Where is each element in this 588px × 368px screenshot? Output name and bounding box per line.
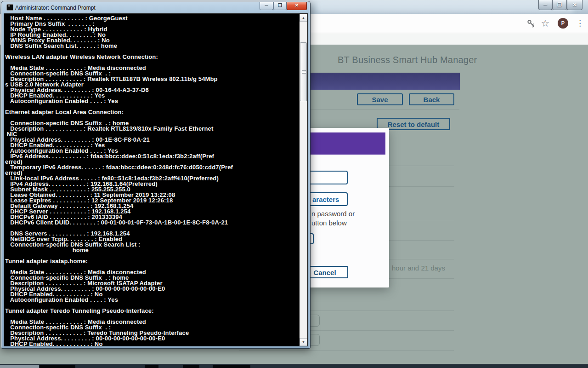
console-output: Host Name . . . . . . . . . . . . : Geor… — [4, 13, 308, 346]
scroll-up-icon[interactable]: ▲ — [300, 14, 307, 22]
save-button[interactable]: Save — [357, 93, 403, 105]
key-icon[interactable] — [526, 19, 536, 28]
taskbar[interactable] — [0, 364, 588, 368]
aero-glass-highlight — [317, 1, 574, 13]
characters-hint-text: aracters — [312, 196, 339, 203]
command-prompt-window: Administrator: Command Prompt ─ ❐ ✕ Host… — [1, 1, 311, 349]
cmd-close-button[interactable]: ✕ — [287, 2, 307, 10]
console-scrollbar[interactable]: ▲ ▼ — [300, 14, 307, 346]
taskbar-app-button[interactable] — [40, 365, 75, 368]
cmd-minimize-button[interactable]: ─ — [260, 2, 273, 10]
browser-restore-button[interactable]: ❐ — [552, 0, 567, 10]
lease-time-text: hour and 21 days — [392, 264, 445, 272]
taskbar-app-button[interactable] — [213, 365, 250, 368]
screen: ✕ ✕ ─ ❐ ✕ ☆ P ⋮ BT Business Smart Hub Ma… — [0, 0, 588, 368]
back-button[interactable]: Back — [409, 93, 454, 105]
kebab-menu-icon[interactable]: ⋮ — [576, 18, 582, 29]
cmd-window-title: Administrator: Command Prompt — [15, 5, 96, 11]
avatar[interactable]: P — [558, 18, 568, 29]
divider — [239, 350, 454, 351]
scrollbar-thumb[interactable] — [300, 42, 307, 101]
browser-close-button[interactable]: ✕ — [567, 0, 582, 10]
dialog-text-line: utton below — [311, 219, 347, 227]
page-title: BT Business Smart Hub Manager — [338, 55, 477, 65]
cmd-icon — [6, 4, 13, 11]
star-icon[interactable]: ☆ — [540, 18, 550, 29]
taskbar-app-button[interactable] — [183, 365, 199, 368]
taskbar-app-button[interactable] — [145, 365, 158, 368]
cmd-restore-button[interactable]: ❐ — [273, 2, 287, 10]
console-text: Host Name . . . . . . . . . . . . : Geor… — [5, 16, 300, 346]
browser-minimize-button[interactable]: ─ — [538, 0, 552, 10]
scroll-down-icon[interactable]: ▼ — [300, 338, 307, 346]
taskbar-start-area[interactable] — [0, 365, 39, 368]
dialog-text-line: n password or — [311, 210, 355, 218]
